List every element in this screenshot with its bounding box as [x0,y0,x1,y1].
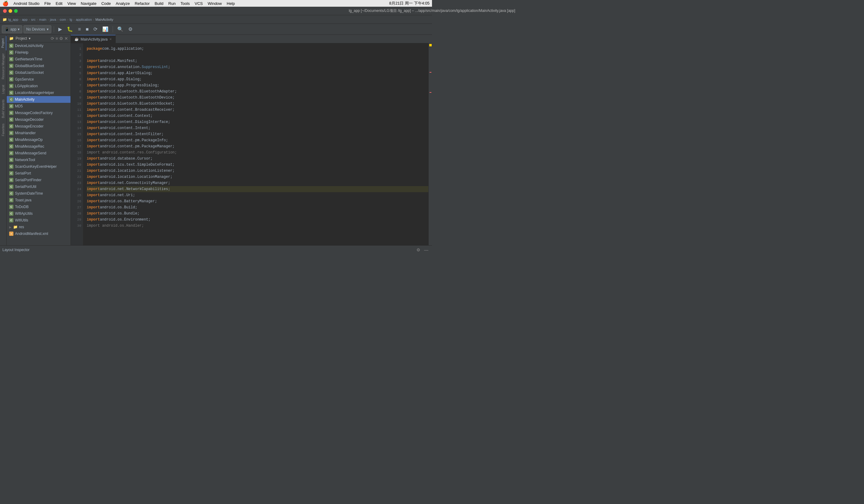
menu-vcs[interactable]: VCS [195,1,203,6]
left-tab-resource[interactable]: Resource Manager [0,51,6,82]
sync-icon[interactable]: ⟳ [51,36,55,41]
code-line-26: import android.os.BatteryManager; [87,198,428,205]
tree-item-filehelp[interactable]: C FileHelp [7,49,71,56]
menu-file[interactable]: File [44,1,51,6]
sync-button[interactable]: ⟳ [92,25,99,34]
tree-item-serialportutil[interactable]: C SerialPortUtil [7,183,71,190]
tree-item-scangunkeyeventhelper[interactable]: C ScanGunKeyEventHelper [7,163,71,170]
settings-button[interactable]: ⚙ [127,25,134,34]
tree-item-wifiutils[interactable]: C WifiUtils [7,217,71,224]
menu-build[interactable]: Build [155,1,163,6]
tree-item-androidmanifest[interactable]: X AndroidManifest.xml [7,230,71,237]
breadcrumb-java[interactable]: java [50,18,56,21]
tree-item-serialportfinder[interactable]: C SerialPortFinder [7,177,71,183]
tree-item-messageencoder[interactable]: C MessageEncoder [7,123,71,130]
debug-button[interactable]: 🐛 [65,25,75,34]
breadcrumb-lg[interactable]: lg [70,18,72,21]
minimize-button[interactable] [9,9,12,13]
menu-code[interactable]: Code [101,1,111,6]
menu-navigate[interactable]: Navigate [81,1,96,6]
breadcrumb-mainactivity[interactable]: MainActivity [95,18,113,21]
class-icon: C [9,138,13,142]
left-tab-favorites[interactable]: Favorites [0,121,6,138]
collapse-icon[interactable]: ≡ [56,36,58,41]
tree-item-mainactivity[interactable]: C MainActivity [7,96,71,103]
run-button[interactable]: ▶ [57,25,64,34]
tree-item-globaluartsocket[interactable]: C GlobalUartSocket [7,69,71,76]
tree-item-res[interactable]: ▶ 📁 res [7,224,71,230]
menu-run[interactable]: Run [168,1,176,6]
layout-inspector-close[interactable]: — [423,247,430,252]
run-with-coverage-button[interactable]: ≡ [76,25,82,34]
profiler-button[interactable]: 📊 [100,25,110,34]
apple-menu[interactable]: 🍎 [2,1,9,7]
breadcrumb-com[interactable]: com [60,18,66,21]
breadcrumb-src[interactable]: src [31,18,36,21]
tree-item-gpsservice[interactable]: C GpsService [7,76,71,83]
menu-edit[interactable]: Edit [56,1,62,6]
tree-item-label: GetNetworkTime [15,57,43,61]
breadcrumb-item-root[interactable]: 📁 [2,17,7,22]
tab-close-button[interactable]: ✕ [109,38,112,41]
tree-item-lgapplication[interactable]: C LGApplication [7,83,71,89]
tree-item-minamessageop[interactable]: C MinaMessageOp [7,136,71,143]
xml-icon: X [9,232,13,236]
sidebar-dropdown-icon[interactable]: ▾ [29,36,31,40]
tree-item-systemdatetime[interactable]: C SystemDateTime [7,190,71,197]
menu-analyze[interactable]: Analyze [116,1,130,6]
left-tab-logcat[interactable]: Logcat [0,82,6,96]
maximize-button[interactable] [14,9,18,13]
gutter-error-1 [430,72,431,73]
tree-item-messagedecoder[interactable]: C MessageDecoder [7,116,71,123]
menu-help[interactable]: Help [227,1,235,6]
class-icon: C [9,151,13,155]
menu-view[interactable]: View [68,1,76,6]
tree-item-serialport[interactable]: C SerialPort [7,170,71,177]
tree-item-tododb[interactable]: C ToDoDB [7,204,71,210]
project-sidebar: 📁 Project ▾ ⟳ ≡ ⚙ ✕ C DeviceListActivity… [7,35,71,245]
breadcrumb-application[interactable]: application [76,18,92,21]
settings-icon[interactable]: ⚙ [59,36,63,41]
tree-item-globalbluesocket[interactable]: C GlobalBlueSocket [7,63,71,69]
tree-item-wifiaputils[interactable]: C WifiApUtils [7,210,71,217]
gutter-error-2 [430,92,431,93]
tree-item-networktool[interactable]: C NetworkTool [7,157,71,163]
code-content[interactable]: package com.lg.application; import andro… [83,43,428,245]
tree-item-toastjava[interactable]: C Toast.java [7,197,71,204]
close-button[interactable] [3,9,7,13]
search-button[interactable]: 🔍 [116,25,125,34]
tree-item-messagecodecsactory[interactable]: C MessageCodecFactory [7,110,71,116]
gutter-mark-top [429,44,432,46]
tree-item-minamessagesend[interactable]: C MinaMessageSend [7,150,71,157]
class-icon: C [9,158,13,162]
tree-item-locationmanagerhelper[interactable]: C LocationManagerHelper [7,89,71,96]
breadcrumb-lg-app[interactable]: lg_app [8,18,18,21]
tree-item-getnetworktime[interactable]: C GetNetworkTime [7,56,71,63]
close-icon[interactable]: ✕ [64,36,68,41]
code-line-3: import android.Manifest; [87,58,428,64]
menu-android-studio[interactable]: Android Studio [13,1,39,6]
tree-item-label: NetworkTool [15,158,35,162]
menu-refactor[interactable]: Refactor [135,1,149,6]
tree-item-label: MessageCodecFactory [15,111,52,115]
tree-item-minahandler[interactable]: C MinaHandler [7,130,71,136]
app-selector[interactable]: 📱 app ▾ [2,25,22,33]
class-icon: C [9,84,13,88]
menu-tools[interactable]: Tools [180,1,190,6]
editor-tabs: ☕ MainActivity.java ✕ [71,35,432,43]
breadcrumb-main[interactable]: main [39,18,46,21]
breadcrumb-app[interactable]: app [22,18,27,21]
left-tab-build-variants[interactable]: Build Variants [0,97,6,121]
menu-window[interactable]: Window [208,1,221,6]
layout-inspector-settings[interactable]: ⚙ [415,247,422,252]
device-selector[interactable]: No Devices ▾ [24,25,51,33]
tree-item-label: SerialPortUtil [15,185,36,189]
tree-item-minamessagerec[interactable]: C MinaMessageRec [7,143,71,150]
code-editor[interactable]: 1 2 3 4 5 6 7 8 9 10 11 12 13 14 15 16 1… [71,43,432,245]
left-tab-project[interactable]: Project [0,36,7,50]
tree-item-md5[interactable]: C MD5 [7,103,71,110]
toolbar-separator-1 [54,26,54,32]
tree-item-device-list[interactable]: C DeviceListActivity [7,42,71,49]
stop-button[interactable]: ■ [84,25,91,34]
editor-tab-mainactivity[interactable]: ☕ MainActivity.java ✕ [71,35,116,43]
